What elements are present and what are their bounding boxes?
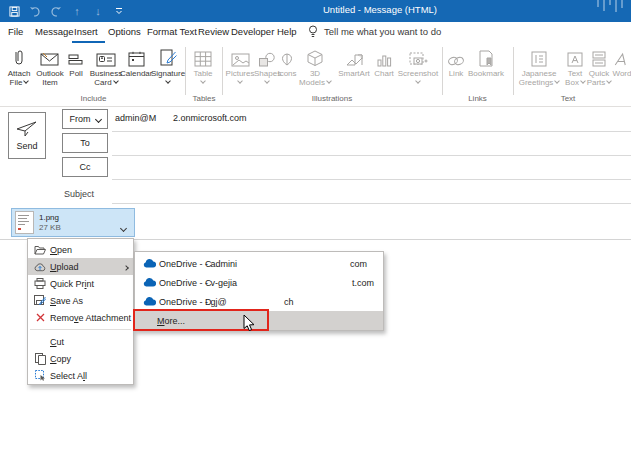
tab-options[interactable]: Options bbox=[108, 26, 141, 37]
icons-button[interactable]: Icons bbox=[276, 46, 298, 78]
tell-me-box[interactable]: Tell me what you want to do bbox=[308, 25, 441, 38]
menu-item-quick-print[interactable]: Quick Print bbox=[28, 275, 133, 292]
send-label: Send bbox=[16, 141, 37, 151]
subject-field-line[interactable] bbox=[112, 203, 631, 204]
move-up-icon[interactable]: ↑ bbox=[71, 4, 83, 18]
wordart-button[interactable]: Word bbox=[610, 46, 631, 78]
to-button[interactable]: To bbox=[62, 133, 108, 153]
from-address-domain: 2.onmicrosoft.com bbox=[173, 113, 247, 123]
undo-icon[interactable] bbox=[29, 4, 41, 18]
text-box-icon bbox=[562, 46, 588, 67]
signature-button[interactable]: Signature bbox=[150, 46, 186, 87]
attachment-size: 27 KB bbox=[39, 223, 61, 233]
dropdown-icon bbox=[580, 78, 586, 84]
menu-item-select-all[interactable]: Select All bbox=[28, 367, 133, 384]
attachment-dropdown-icon[interactable] bbox=[121, 219, 126, 237]
menu-item-copy[interactable]: Copy bbox=[28, 350, 133, 367]
poll-icon bbox=[65, 46, 87, 67]
move-down-icon[interactable]: ↓ bbox=[92, 4, 104, 18]
dropdown-icon bbox=[200, 78, 206, 84]
save-icon[interactable] bbox=[8, 4, 20, 18]
submenu-item-onedrive-2[interactable]: OneDrive - C - v-gejia t.com bbox=[135, 273, 383, 292]
japanese-greetings-icon bbox=[514, 46, 564, 67]
group-divider bbox=[442, 47, 443, 95]
subject-label: Subject bbox=[64, 189, 94, 199]
menu-item-open[interactable]: Open bbox=[28, 241, 133, 258]
bookmark-button[interactable]: Bookmark bbox=[466, 46, 506, 78]
link-button[interactable]: Link bbox=[444, 46, 468, 78]
save-as-icon bbox=[34, 295, 46, 307]
menu-item-save-as[interactable]: Save As bbox=[28, 292, 133, 309]
tell-me-label: Tell me what you want to do bbox=[324, 26, 441, 37]
tab-review[interactable]: Review bbox=[198, 26, 229, 37]
tab-format-text[interactable]: Format Text bbox=[147, 26, 197, 37]
ribbon-tab-bar: File Message Insert Options Format Text … bbox=[0, 22, 631, 44]
titlebar-artifact-bars bbox=[597, 0, 623, 14]
attachment-tile[interactable]: 1.png 27 KB bbox=[11, 208, 135, 237]
send-button[interactable]: Send bbox=[8, 112, 46, 159]
signature-icon bbox=[150, 46, 186, 67]
dropdown-icon bbox=[165, 78, 171, 84]
redo-icon[interactable] bbox=[50, 4, 62, 18]
smartart-icon bbox=[334, 46, 374, 67]
attachment-name: 1.png bbox=[39, 213, 61, 223]
customize-qat-icon[interactable] bbox=[113, 4, 125, 18]
remove-x-icon bbox=[34, 312, 46, 324]
table-button[interactable]: Table bbox=[188, 46, 218, 87]
japanese-greetings-button[interactable]: Japanese Greetings bbox=[514, 46, 564, 87]
chevron-down-icon bbox=[94, 115, 101, 122]
paperclip-icon bbox=[3, 46, 35, 67]
group-label-text: Text bbox=[513, 94, 623, 103]
lightbulb-icon bbox=[308, 25, 318, 38]
menu-item-remove-attachment[interactable]: Remove Attachment bbox=[28, 309, 133, 326]
open-folder-icon bbox=[34, 244, 46, 256]
screenshot-button[interactable]: Screenshot bbox=[396, 46, 440, 87]
text-box-button[interactable]: Text Box bbox=[562, 46, 588, 87]
group-label-links: Links bbox=[442, 94, 513, 103]
to-field-line[interactable] bbox=[112, 155, 631, 156]
bookmark-icon bbox=[466, 46, 506, 67]
dropdown-icon bbox=[113, 78, 119, 84]
cc-button[interactable]: Cc bbox=[62, 157, 108, 177]
quick-parts-button[interactable]: Quick Parts bbox=[586, 46, 612, 87]
attach-file-button[interactable]: Attach File bbox=[3, 46, 35, 87]
dropdown-icon bbox=[264, 78, 270, 84]
menu-item-cut[interactable]: Cut bbox=[28, 333, 133, 350]
outlook-item-button[interactable]: Outlook Item bbox=[35, 46, 65, 87]
dropdown-icon bbox=[555, 78, 561, 84]
smartart-button[interactable]: SmartArt bbox=[334, 46, 374, 78]
quick-access-toolbar: ↑ ↓ bbox=[8, 0, 125, 22]
select-all-icon bbox=[34, 370, 46, 382]
submenu-arrow-icon bbox=[122, 264, 128, 274]
pictures-icon bbox=[224, 46, 256, 67]
quick-parts-icon bbox=[586, 46, 612, 67]
attachment-context-menu: Open Upload Quick Print Save As Remov bbox=[27, 238, 134, 385]
3d-models-button[interactable]: 3D Models bbox=[298, 46, 332, 87]
menu-separator bbox=[30, 329, 131, 330]
poll-button[interactable]: Poll bbox=[65, 46, 87, 78]
submenu-item-onedrive-1[interactable]: OneDrive - C - admini com bbox=[135, 254, 383, 273]
pictures-button[interactable]: Pictures bbox=[224, 46, 256, 87]
chart-icon bbox=[372, 46, 396, 67]
onedrive-cloud-icon bbox=[143, 259, 156, 269]
chart-button[interactable]: Chart bbox=[372, 46, 396, 78]
from-button[interactable]: From bbox=[62, 109, 108, 129]
calendar-button[interactable]: Calendar bbox=[120, 46, 152, 78]
tab-help[interactable]: Help bbox=[277, 26, 297, 37]
tab-insert[interactable]: Insert bbox=[74, 26, 98, 37]
active-tab-indicator bbox=[72, 41, 105, 43]
tab-file[interactable]: File bbox=[8, 26, 23, 37]
dropdown-icon bbox=[606, 78, 612, 84]
from-field-line[interactable] bbox=[112, 131, 631, 132]
screenshot-camera-icon bbox=[396, 46, 440, 67]
mouse-cursor bbox=[243, 315, 255, 332]
wordart-icon bbox=[610, 46, 631, 67]
tab-message[interactable]: Message bbox=[35, 26, 74, 37]
tab-developer[interactable]: Developer bbox=[231, 26, 274, 37]
paper-plane-icon bbox=[16, 121, 38, 137]
cube-icon bbox=[298, 46, 332, 67]
cc-field-line[interactable] bbox=[112, 179, 631, 180]
icons-icon bbox=[276, 46, 298, 67]
menu-item-upload[interactable]: Upload bbox=[28, 258, 133, 275]
upload-cloud-icon bbox=[34, 261, 46, 273]
